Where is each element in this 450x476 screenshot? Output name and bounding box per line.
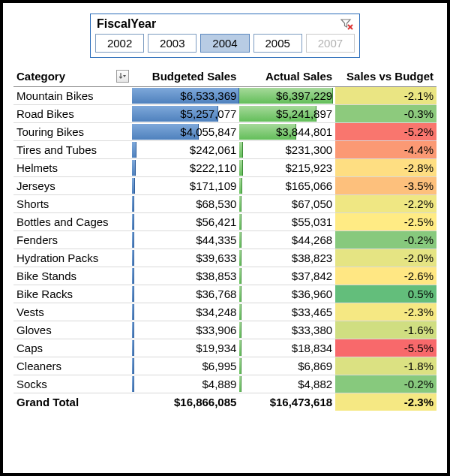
cell-category[interactable]: Socks — [14, 375, 132, 393]
cell-category[interactable]: Touring Bikes — [14, 122, 132, 140]
cell-budgeted[interactable]: $56,421 — [132, 212, 239, 230]
cell-actual[interactable]: $3,844,801 — [239, 122, 335, 140]
cell-category[interactable]: Mountain Bikes — [14, 86, 132, 104]
cell-variance[interactable]: 0.5% — [335, 285, 436, 303]
cell-actual[interactable]: $44,268 — [239, 230, 335, 249]
cell-variance[interactable]: -0.2% — [335, 375, 436, 393]
cell-actual[interactable]: $33,465 — [239, 303, 335, 321]
cell-value: $6,533,369 — [180, 89, 236, 102]
cell-value: $33,465 — [292, 306, 332, 318]
cell-budgeted[interactable]: $171,109 — [132, 176, 239, 194]
cell-actual[interactable]: $37,842 — [239, 267, 335, 285]
cell-category[interactable]: Jerseys — [14, 176, 132, 194]
cell-category[interactable]: Vests — [14, 303, 132, 321]
databar — [132, 340, 134, 356]
cell-variance[interactable]: -1.8% — [335, 357, 436, 375]
cell-category[interactable]: Fenders — [14, 230, 132, 249]
cell-variance[interactable]: -4.4% — [335, 140, 436, 158]
cell-budgeted[interactable]: $36,768 — [132, 285, 239, 303]
cell-category[interactable]: Hydration Packs — [14, 249, 132, 267]
cell-value: $171,109 — [190, 179, 237, 192]
cell-budgeted[interactable]: $68,530 — [132, 194, 239, 212]
cell-variance[interactable]: -2.0% — [335, 249, 436, 267]
cell-budgeted[interactable]: $34,248 — [132, 303, 239, 321]
cell-budgeted[interactable]: $5,257,077 — [132, 104, 239, 122]
cell-budgeted[interactable]: $39,633 — [132, 249, 239, 267]
cell-category[interactable]: Gloves — [14, 321, 132, 339]
cell-variance[interactable]: -1.6% — [335, 321, 436, 339]
cell-variance[interactable]: -0.3% — [335, 104, 436, 122]
category-sort-dropdown[interactable] — [116, 70, 129, 83]
databar — [132, 322, 134, 338]
cell-budgeted[interactable]: $242,061 — [132, 140, 239, 158]
cell-budgeted[interactable]: $222,110 — [132, 158, 239, 176]
slicer-item-2005[interactable]: 2005 — [254, 34, 302, 53]
cell-variance[interactable]: -2.5% — [335, 212, 436, 230]
cell-category[interactable]: Bike Stands — [14, 267, 132, 285]
cell-category[interactable]: Road Bikes — [14, 104, 132, 122]
cell-variance[interactable]: -2.3% — [335, 303, 436, 321]
databar — [239, 358, 242, 374]
col-header-variance[interactable]: Sales vs Budget — [335, 68, 436, 86]
cell-category[interactable]: Caps — [14, 339, 132, 357]
databar — [239, 322, 242, 338]
cell-value: $4,055,847 — [180, 125, 236, 138]
cell-variance[interactable]: -2.1% — [335, 86, 436, 104]
databar — [239, 196, 242, 212]
cell-category[interactable]: Tires and Tubes — [14, 140, 132, 158]
cell-actual[interactable]: $6,869 — [239, 357, 335, 375]
cell-actual[interactable]: $215,923 — [239, 158, 335, 176]
databar — [239, 304, 242, 320]
table-row: Jerseys$171,109$165,066-3.5% — [14, 176, 436, 194]
cell-budgeted[interactable]: $6,533,369 — [132, 86, 239, 104]
clear-filter-icon[interactable] — [340, 17, 353, 31]
cell-variance[interactable]: -0.2% — [335, 230, 436, 249]
cell-value: $19,934 — [196, 342, 236, 354]
cell-variance[interactable]: -5.5% — [335, 339, 436, 357]
cell-value: $222,110 — [190, 161, 237, 174]
cell-value: $6,397,229 — [276, 89, 332, 102]
cell-actual[interactable]: $36,960 — [239, 285, 335, 303]
cell-actual[interactable]: $6,397,229 — [239, 86, 335, 104]
databar — [239, 268, 242, 284]
cell-category[interactable]: Helmets — [14, 158, 132, 176]
cell-actual[interactable]: $55,031 — [239, 212, 335, 230]
slicer-item-label: 2004 — [212, 37, 237, 50]
databar — [132, 142, 136, 158]
slicer-item-2003[interactable]: 2003 — [148, 34, 196, 53]
cell-variance[interactable]: -2.2% — [335, 194, 436, 212]
cell-actual[interactable]: $231,300 — [239, 140, 335, 158]
cell-category[interactable]: Bike Racks — [14, 285, 132, 303]
cell-variance[interactable]: -5.2% — [335, 122, 436, 140]
cell-category[interactable]: Cleaners — [14, 357, 132, 375]
cell-budgeted[interactable]: $38,853 — [132, 267, 239, 285]
cell-actual[interactable]: $165,066 — [239, 176, 335, 194]
cell-category[interactable]: Shorts — [14, 194, 132, 212]
cell-budgeted[interactable]: $33,906 — [132, 321, 239, 339]
cell-category[interactable]: Bottles and Cages — [14, 212, 132, 230]
cell-variance[interactable]: -2.8% — [335, 158, 436, 176]
col-header-category[interactable]: Category — [14, 68, 132, 86]
slicer-item-2002[interactable]: 2002 — [95, 34, 144, 53]
cell-budgeted[interactable]: $19,934 — [132, 339, 239, 357]
cell-budgeted[interactable]: $4,055,847 — [132, 122, 239, 140]
cell-variance[interactable]: -2.6% — [335, 267, 436, 285]
cell-budgeted[interactable]: $44,335 — [132, 230, 239, 249]
col-header-actual[interactable]: Actual Sales — [239, 68, 335, 86]
table-row: Tires and Tubes$242,061$231,300-4.4% — [14, 140, 436, 158]
cell-actual[interactable]: $4,882 — [239, 375, 335, 393]
cell-variance[interactable]: -3.5% — [335, 176, 436, 194]
slicer-item-2007[interactable]: 2007 — [306, 34, 355, 53]
databar — [239, 232, 242, 248]
databar — [132, 196, 134, 212]
slicer-item-2004[interactable]: 2004 — [200, 34, 249, 53]
cell-value: $4,889 — [202, 378, 237, 390]
cell-actual[interactable]: $5,241,897 — [239, 104, 335, 122]
col-header-budgeted[interactable]: Budgeted Sales — [132, 68, 239, 86]
cell-actual[interactable]: $67,050 — [239, 194, 335, 212]
cell-budgeted[interactable]: $4,889 — [132, 375, 239, 393]
cell-actual[interactable]: $33,380 — [239, 321, 335, 339]
cell-actual[interactable]: $18,834 — [239, 339, 335, 357]
cell-actual[interactable]: $38,823 — [239, 249, 335, 267]
cell-budgeted[interactable]: $6,995 — [132, 357, 239, 375]
